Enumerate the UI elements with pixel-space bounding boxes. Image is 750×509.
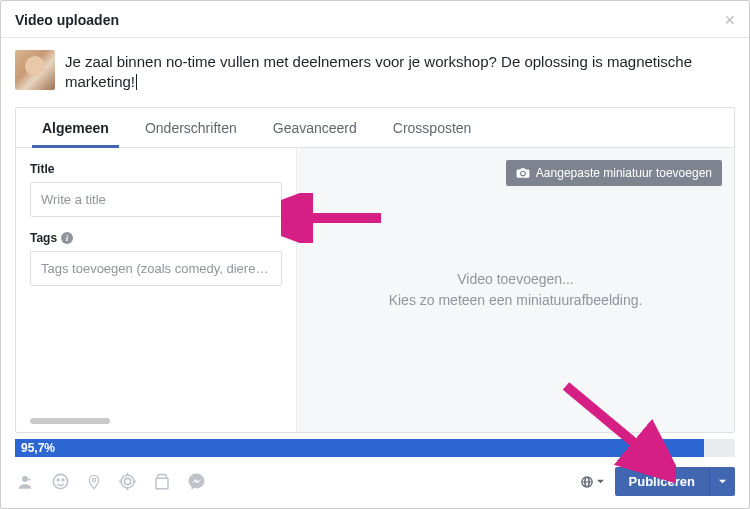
feeling-icon[interactable]	[51, 472, 70, 491]
title-label: Title	[30, 162, 282, 176]
tab-crossposten[interactable]: Crossposten	[375, 108, 490, 147]
publish-button-group: Publiceren	[615, 467, 735, 496]
placeholder-line-1: Video toevoegen...	[389, 269, 643, 290]
post-composer: Je zaal binnen no-time vullen met deelne…	[1, 38, 749, 107]
publish-dropdown[interactable]	[709, 467, 735, 496]
tags-label: Tags i	[30, 231, 282, 245]
tab-algemeen[interactable]: Algemeen	[24, 108, 127, 147]
avatar	[15, 50, 55, 90]
panels: Title Write a title Tags i Tags toevoege…	[16, 148, 734, 433]
target-icon[interactable]	[118, 472, 137, 491]
footer-icons	[15, 472, 206, 492]
modal-header: Video uploaden ×	[1, 1, 749, 38]
svg-point-2	[57, 479, 59, 481]
publish-button[interactable]: Publiceren	[615, 467, 709, 496]
upload-progress: 95,7%	[15, 439, 735, 457]
title-field-group: Title Write a title	[30, 162, 282, 217]
svg-rect-11	[156, 478, 168, 489]
tags-label-text: Tags	[30, 231, 57, 245]
left-panel: Title Write a title Tags i Tags toevoege…	[16, 148, 296, 433]
svg-point-6	[124, 478, 130, 484]
tag-people-icon[interactable]	[15, 473, 35, 491]
messenger-icon[interactable]	[187, 472, 206, 491]
close-icon[interactable]: ×	[724, 11, 735, 29]
progress-percent-label: 95,7%	[21, 439, 55, 457]
location-icon[interactable]	[86, 472, 102, 492]
svg-point-4	[92, 478, 95, 481]
tabs: Algemeen Onderschriften Geavanceerd Cros…	[16, 108, 734, 148]
title-input[interactable]: Write a title	[30, 182, 282, 217]
thumb-button-label: Aangepaste miniatuur toevoegen	[536, 166, 712, 180]
custom-thumbnail-button[interactable]: Aangepaste miniatuur toevoegen	[506, 160, 722, 186]
post-text[interactable]: Je zaal binnen no-time vullen met deelne…	[65, 50, 735, 93]
progress-bar-fill	[15, 439, 704, 457]
footer-right: Publiceren	[580, 467, 735, 496]
tags-field-group: Tags i Tags toevoegen (zoals comedy, die…	[30, 231, 282, 286]
video-upload-modal: Video uploaden × Je zaal binnen no-time …	[0, 0, 750, 509]
footer: Publiceren	[1, 457, 749, 508]
tab-onderschriften[interactable]: Onderschriften	[127, 108, 255, 147]
product-icon[interactable]	[153, 473, 171, 491]
caret-down-icon	[596, 477, 605, 486]
audience-selector[interactable]	[580, 475, 605, 489]
svg-point-5	[121, 475, 134, 488]
placeholder-line-2: Kies zo meteen een miniatuurafbeelding.	[389, 290, 643, 311]
video-placeholder-text: Video toevoegen... Kies zo meteen een mi…	[389, 269, 643, 311]
globe-icon	[580, 475, 594, 489]
text-cursor	[136, 74, 137, 90]
caret-down-icon	[718, 477, 727, 486]
camera-icon	[516, 167, 530, 179]
post-text-content: Je zaal binnen no-time vullen met deelne…	[65, 53, 692, 90]
horizontal-scrollbar[interactable]	[30, 418, 110, 424]
svg-point-3	[62, 479, 64, 481]
modal-title: Video uploaden	[15, 12, 119, 28]
right-panel: Aangepaste miniatuur toevoegen Video toe…	[296, 148, 734, 433]
tags-input[interactable]: Tags toevoegen (zoals comedy, dieren, ma…	[30, 251, 282, 286]
info-icon[interactable]: i	[61, 232, 73, 244]
tab-geavanceerd[interactable]: Geavanceerd	[255, 108, 375, 147]
content-box: Algemeen Onderschriften Geavanceerd Cros…	[15, 107, 735, 434]
svg-point-1	[53, 474, 67, 488]
